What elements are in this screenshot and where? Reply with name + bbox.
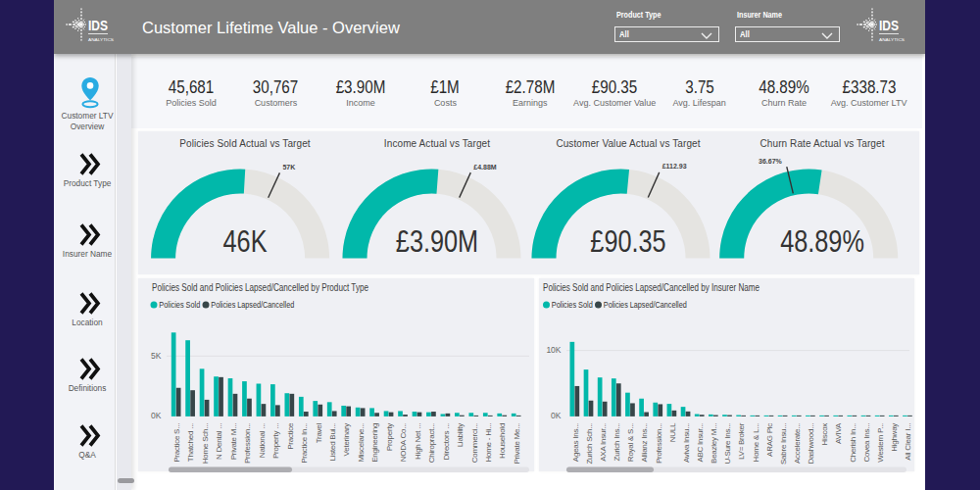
svg-text:Hiscox: Hiscox xyxy=(820,423,829,446)
svg-text:Home - Hi...: Home - Hi... xyxy=(484,423,493,463)
svg-text:Policies Sold and Policies Lap: Policies Sold and Policies Lapsed/Cancel… xyxy=(152,282,368,293)
svg-text:Profession...: Profession... xyxy=(243,423,252,464)
svg-text:National ...: National ... xyxy=(258,423,267,458)
svg-text:NULL: NULL xyxy=(668,422,677,442)
svg-text:Sabre Insu...: Sabre Insu... xyxy=(779,423,788,465)
svg-text:Liability: Liability xyxy=(456,423,465,448)
svg-text:Veterinary: Veterinary xyxy=(342,423,351,457)
svg-text:Dashwood...: Dashwood... xyxy=(807,423,815,465)
svg-text:Practice: Practice xyxy=(286,422,295,450)
svg-text:0K: 0K xyxy=(151,411,162,420)
svg-text:AXA Insur...: AXA Insur... xyxy=(599,423,608,462)
svg-text:All Clear I...: All Clear I... xyxy=(904,423,912,461)
svg-text:Practice S...: Practice S... xyxy=(172,423,181,463)
svg-text:Travel: Travel xyxy=(315,422,323,443)
svg-text:U-Sure Ins...: U-Sure Ins... xyxy=(723,423,732,465)
svg-text:Zurich Ins...: Zurich Ins... xyxy=(612,423,621,462)
svg-text:Policies Sold and Policies Lap: Policies Sold and Policies Lapsed/Cancel… xyxy=(543,282,760,293)
svg-text:N Dental ...: N Dental ... xyxy=(215,423,223,460)
svg-text:Cherish In...: Cherish In... xyxy=(849,423,858,463)
svg-text:Household: Household xyxy=(498,423,507,459)
svg-text:Ageas Ins...: Ageas Ins... xyxy=(571,423,580,462)
svg-text:Aviva Insu...: Aviva Insu... xyxy=(682,423,691,463)
svg-text:ANALYTICS: ANALYTICS xyxy=(879,37,905,42)
svg-text:High Net ...: High Net ... xyxy=(414,423,422,460)
svg-text:Beazley M...: Beazley M... xyxy=(710,423,718,464)
svg-text:Covea Ins...: Covea Ins... xyxy=(862,423,871,463)
svg-text:Engineering: Engineering xyxy=(370,423,379,463)
svg-text:10K: 10K xyxy=(546,345,561,355)
svg-text:Private Me...: Private Me... xyxy=(513,423,521,465)
svg-text:Accelerate...: Accelerate... xyxy=(793,423,802,464)
svg-text:Policies Sold: Policies Sold xyxy=(159,300,200,310)
svg-text:ABC Insur...: ABC Insur... xyxy=(696,423,705,463)
svg-text:Policies Sold: Policies Sold xyxy=(552,300,593,310)
svg-text:Policies Lapsed/Cancelled: Policies Lapsed/Cancelled xyxy=(211,300,294,310)
svg-text:Allianz Ins...: Allianz Ins... xyxy=(640,423,649,463)
svg-text:Profession...: Profession... xyxy=(655,423,663,464)
svg-text:Listed Bui...: Listed Bui... xyxy=(328,423,337,462)
svg-text:Highway: Highway xyxy=(890,423,899,452)
svg-text:Policies Lapsed/Cancelled: Policies Lapsed/Cancelled xyxy=(604,300,687,310)
svg-text:Zurich Sch...: Zurich Sch... xyxy=(585,423,594,465)
svg-text:Western P...: Western P... xyxy=(876,423,885,463)
svg-text:Commerci...: Commerci... xyxy=(470,423,479,463)
svg-text:ANALYTICS: ANALYTICS xyxy=(88,37,114,42)
svg-text:Directors ...: Directors ... xyxy=(442,423,451,461)
svg-text:5K: 5K xyxy=(151,351,162,361)
svg-text:NODA Co...: NODA Co... xyxy=(399,423,408,462)
svg-text:IDS: IDS xyxy=(879,18,899,33)
svg-text:ARAG Plc: ARAG Plc xyxy=(765,423,774,457)
svg-text:Chiropract...: Chiropract... xyxy=(427,423,436,463)
svg-text:Royal & S...: Royal & S... xyxy=(626,423,635,462)
svg-text:LV= Broker: LV= Broker xyxy=(737,422,746,460)
svg-text:Thatched ...: Thatched ... xyxy=(186,423,195,462)
svg-text:Private M...: Private M... xyxy=(229,423,238,460)
svg-text:AVIVA: AVIVA xyxy=(834,422,843,444)
svg-text:Miscelane...: Miscelane... xyxy=(357,423,366,463)
svg-text:Home Sch...: Home Sch... xyxy=(201,423,210,464)
svg-text:IDS: IDS xyxy=(88,18,108,33)
svg-text:Practice In...: Practice In... xyxy=(300,423,309,464)
svg-text:Home & L...: Home & L... xyxy=(752,423,760,463)
svg-text:Property ...: Property ... xyxy=(271,423,280,459)
svg-text:0K: 0K xyxy=(551,411,562,420)
svg-text:Property: Property xyxy=(385,423,394,451)
